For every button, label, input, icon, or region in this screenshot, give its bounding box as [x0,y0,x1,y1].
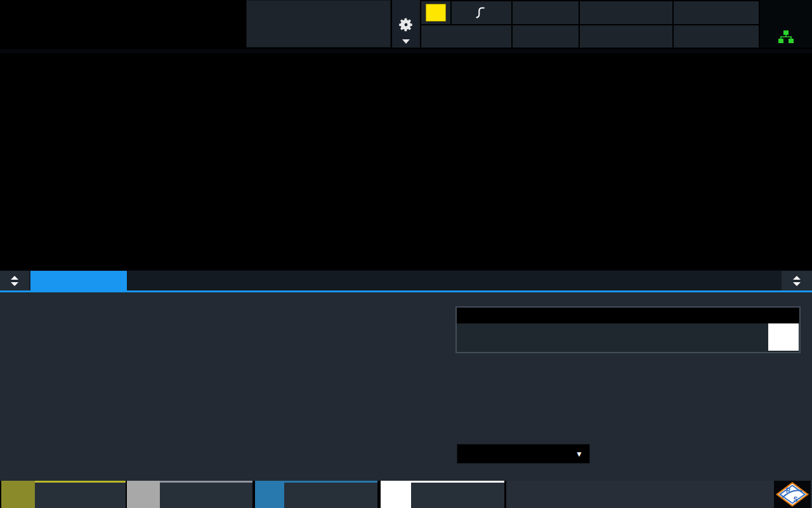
trigger-source-cell[interactable] [421,1,511,24]
timebase-cell[interactable] [580,1,672,24]
result-tab-bar [0,271,812,290]
chevron-down-icon: ▼ [575,450,583,459]
tab-scroll-right-button[interactable] [782,271,812,290]
logic-d70-tab[interactable] [255,481,284,508]
datetime-panel [760,0,812,48]
network-icon [778,29,794,47]
bus-panel[interactable] [411,481,504,508]
bus-tab[interactable] [381,481,411,508]
tab-segment-table[interactable] [30,271,127,290]
segment-position-slider[interactable] [455,306,801,353]
decimation-cell[interactable] [674,25,759,48]
segment-table [0,292,433,316]
channel-bar-filler [506,481,812,508]
waveform-area [0,53,812,270]
logic-d70-panel[interactable] [284,481,377,508]
time-format-select[interactable]: ▼ [457,444,590,464]
segment-table-header [0,292,433,316]
trigger-slope-icon[interactable] [452,4,511,21]
trigger-level-cell[interactable] [421,25,511,48]
acquisition-state-cell[interactable] [674,1,759,24]
slider-handle[interactable] [768,323,799,351]
gear-icon[interactable] [398,16,414,36]
toolbar-empty-panel [246,0,391,48]
channel-c1-tab[interactable] [1,481,35,508]
channel-c2-tab[interactable] [127,481,160,508]
slider-track[interactable] [457,323,799,351]
segment-table-panel: ▼ [0,292,812,481]
sample-rate-cell[interactable] [513,25,579,48]
trigger-source-badge[interactable] [426,4,446,22]
trigger-mode-cell[interactable] [513,1,579,24]
horizontal-position-cell[interactable] [580,25,672,48]
tab-scroll-left-button[interactable] [0,271,29,290]
slider-scale [457,308,799,323]
menu-expand-icon[interactable] [402,39,410,44]
menu-column[interactable] [392,0,420,48]
channel-c2-panel[interactable] [160,481,252,508]
waveform-plot[interactable] [0,53,812,270]
channel-bar: RS [0,481,812,508]
oscilloscope-screen: ▼ RS [0,0,812,508]
top-toolbar [0,0,812,49]
svg-text:S: S [794,496,798,503]
svg-text:R: R [786,487,791,494]
channel-c1-panel[interactable] [35,481,126,508]
column-header-relative-time [57,302,433,316]
rohde-schwarz-logo: RS [774,481,811,508]
column-header-number [0,302,57,316]
